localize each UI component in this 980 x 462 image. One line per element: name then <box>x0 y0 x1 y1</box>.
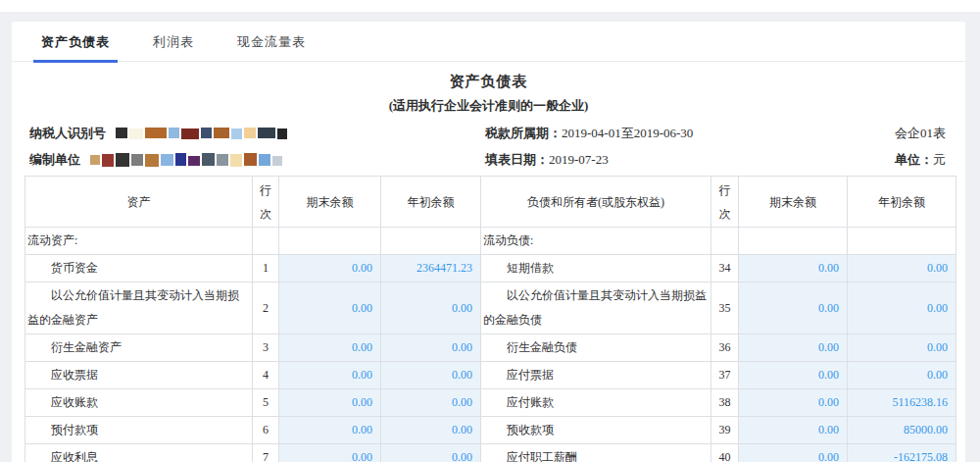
table-row: 应收利息70.000.00应付职工薪酬400.00-162175.08 <box>25 444 956 462</box>
asset-ending-balance-cell[interactable]: 0.00 <box>279 444 381 462</box>
unit-of-measure-label: 单位： <box>895 152 933 167</box>
asset-beginning-balance-cell[interactable]: 0.00 <box>381 334 481 362</box>
tab-balance-sheet[interactable]: 资产负债表 <box>33 22 118 63</box>
fill-date-label: 填表日期： <box>485 152 549 167</box>
asset-ending-balance-cell <box>279 228 381 255</box>
liability-line-no-cell: 38 <box>711 389 739 417</box>
liability-ending-balance-cell[interactable]: 0.00 <box>739 389 848 417</box>
redacted-block <box>116 128 127 138</box>
liability-line-no-cell <box>711 228 739 255</box>
redacted-block <box>169 128 179 138</box>
asset-line-no-cell: 2 <box>253 282 279 334</box>
asset-line-no-cell: 7 <box>253 444 279 462</box>
redacted-block <box>161 154 173 166</box>
liability-header: 负债和所有者(或股东权益) <box>481 177 711 228</box>
liability-beginning-balance-cell[interactable]: 0.00 <box>848 334 956 362</box>
asset-beginning-balance-cell[interactable]: 0.00 <box>381 282 481 334</box>
asset-line-no-cell: 6 <box>253 417 279 444</box>
table-header-row: 资产行次期末余额年初余额负债和所有者(或股东权益)行次期末余额年初余额 <box>25 177 956 228</box>
redacted-block <box>244 128 256 138</box>
table-row: 应收账款50.000.00应付账款380.005116238.16 <box>25 389 956 417</box>
asset-beginning-balance-cell <box>381 228 481 255</box>
page-title: 资产负债表 <box>12 70 965 93</box>
liability-beginning-balance-cell[interactable]: -162175.08 <box>848 444 956 462</box>
liability-name-cell: 衍生金融负债 <box>481 334 711 362</box>
asset-line-no-cell: 3 <box>253 334 279 362</box>
liability-line-no-cell: 36 <box>711 334 739 362</box>
asset-name-cell: 应收账款 <box>25 389 253 417</box>
ending-balance-header: 期末余额 <box>739 177 848 228</box>
asset-beginning-balance-cell[interactable]: 2364471.23 <box>381 255 481 282</box>
liability-ending-balance-cell[interactable]: 0.00 <box>739 362 848 389</box>
asset-ending-balance-cell[interactable]: 0.00 <box>279 417 381 444</box>
liability-beginning-balance-cell[interactable]: 0.00 <box>848 255 956 282</box>
liability-name-cell: 应付账款 <box>481 389 711 417</box>
liability-beginning-balance-cell <box>848 228 956 255</box>
asset-name-cell: 应收票据 <box>25 362 253 389</box>
tab-income-statement[interactable]: 利润表 <box>145 22 202 63</box>
liability-line-no-cell: 39 <box>711 417 739 444</box>
redacted-block <box>244 153 257 166</box>
redacted-block <box>188 156 200 166</box>
tax-period-label: 税款所属期： <box>485 126 562 140</box>
redacted-block <box>145 154 159 167</box>
asset-ending-balance-cell[interactable]: 0.00 <box>279 334 381 362</box>
beginning-balance-header: 年初余额 <box>848 177 956 228</box>
liability-ending-balance-cell[interactable]: 0.00 <box>739 282 848 334</box>
redacted-block <box>258 128 275 138</box>
asset-line-no-cell: 5 <box>253 389 279 417</box>
liability-beginning-balance-cell[interactable]: 5116238.16 <box>848 389 956 417</box>
redacted-block <box>202 153 215 166</box>
asset-name-cell: 货币资金 <box>25 255 253 282</box>
asset-beginning-balance-cell[interactable]: 0.00 <box>381 444 481 462</box>
asset-header: 资产 <box>25 177 253 228</box>
liability-ending-balance-cell[interactable]: 0.00 <box>739 444 848 462</box>
redacted-block <box>175 153 186 166</box>
redacted-block <box>145 128 167 138</box>
liability-beginning-balance-cell[interactable]: 85000.00 <box>848 417 956 444</box>
liability-ending-balance-cell[interactable]: 0.00 <box>739 255 848 282</box>
asset-line-no-cell: 4 <box>253 362 279 389</box>
asset-ending-balance-cell[interactable]: 0.00 <box>279 282 381 334</box>
liability-beginning-balance-cell[interactable]: 0.00 <box>848 362 956 389</box>
table-row: 应收票据40.000.00应付票据370.000.00 <box>25 362 956 389</box>
redacted-block <box>181 128 199 139</box>
asset-ending-balance-cell[interactable]: 0.00 <box>279 255 381 282</box>
info-row-2: 编制单位 填表日期：2019-07-23 单位：元 <box>29 146 946 173</box>
unit-of-measure-value: 元 <box>933 152 946 167</box>
form-card: 资产负债表利润表现金流量表 资产负债表 (适用执行企业会计准则的一般企业) 纳税… <box>12 22 965 462</box>
asset-ending-balance-cell[interactable]: 0.00 <box>279 389 381 417</box>
liability-ending-balance-cell <box>739 228 848 255</box>
asset-name-cell: 应收利息 <box>25 444 253 462</box>
redacted-block <box>102 154 114 167</box>
redacted-block <box>230 154 242 167</box>
redacted-block <box>277 128 287 139</box>
redacted-block <box>90 155 100 165</box>
tab-cash-flow[interactable]: 现金流量表 <box>229 22 314 63</box>
redacted-block <box>131 154 143 166</box>
liability-name-cell: 应付票据 <box>481 362 711 389</box>
liability-line-no-cell: 34 <box>711 255 739 282</box>
asset-beginning-balance-cell[interactable]: 0.00 <box>381 389 481 417</box>
table-row: 流动资产:流动负债: <box>25 228 956 255</box>
asset-beginning-balance-cell[interactable]: 0.00 <box>381 417 481 444</box>
redacted-block <box>217 154 228 166</box>
liability-name-cell: 预收款项 <box>481 417 711 444</box>
line-no-header: 行次 <box>711 177 739 228</box>
taxpayer-id-label: 纳税人识别号 <box>29 120 106 146</box>
table-row: 货币资金10.002364471.23短期借款340.000.00 <box>25 255 956 282</box>
liability-name-cell: 应付职工薪酬 <box>481 444 711 462</box>
asset-ending-balance-cell[interactable]: 0.00 <box>279 362 381 389</box>
liability-ending-balance-cell[interactable]: 0.00 <box>739 417 848 444</box>
form-info: 纳税人识别号 税款所属期：2019-04-01至2019-06-30 会企01表… <box>29 120 946 173</box>
table-row: 衍生金融资产30.000.00衍生金融负债360.000.00 <box>25 334 956 362</box>
liability-line-no-cell: 35 <box>711 282 739 334</box>
prepared-by-redacted-value <box>90 152 284 167</box>
prepared-by-label: 编制单位 <box>29 146 80 173</box>
asset-beginning-balance-cell[interactable]: 0.00 <box>381 362 481 389</box>
tab-bar: 资产负债表利润表现金流量表 <box>12 22 965 62</box>
liability-beginning-balance-cell[interactable]: 0.00 <box>848 282 956 334</box>
line-no-header: 行次 <box>253 177 279 228</box>
liability-ending-balance-cell[interactable]: 0.00 <box>739 334 848 362</box>
liability-name-cell: 流动负债: <box>481 228 711 255</box>
